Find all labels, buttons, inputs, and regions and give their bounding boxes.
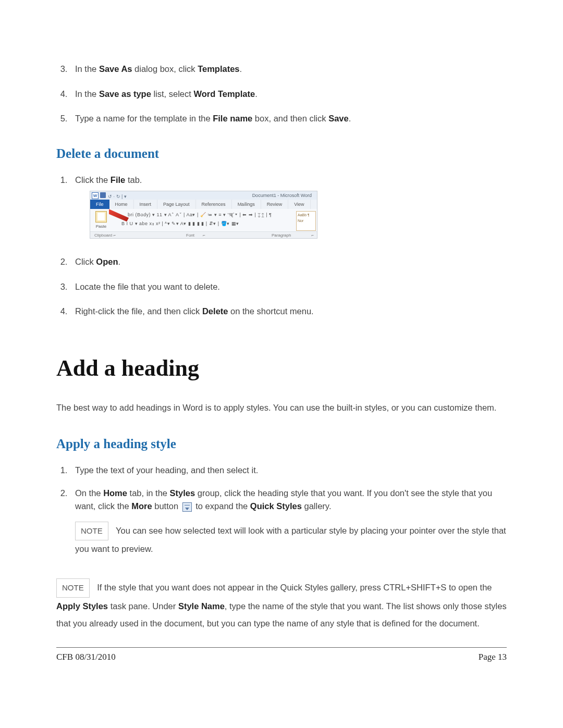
step-4: In the Save as type list, select Word Te… xyxy=(70,88,507,101)
tab-file: File xyxy=(90,200,109,209)
ribbon-group-labels: Clipboard ⌐ Font ⌐ Paragraph ⌐ xyxy=(90,231,317,238)
apply-style-steps: Type the text of your heading, and then … xyxy=(56,464,507,558)
window-title: Document1 - Microsoft Word xyxy=(252,192,312,200)
tab-insert: Insert xyxy=(134,200,158,209)
word-ribbon-screenshot: W ↺ · ↻ | ▾ Document1 - Microsoft Word F… xyxy=(90,191,317,239)
tab-home: Home xyxy=(109,200,134,209)
footer-date: CFB 08/31/2010 xyxy=(56,652,116,662)
callout-arrow-icon xyxy=(109,209,129,221)
delete-step-1: Click the File tab. W ↺ · ↻ | ▾ Document… xyxy=(70,174,507,239)
ribbon-tabs: File Home Insert Page Layout References … xyxy=(90,200,317,209)
word-icon: W xyxy=(92,192,99,199)
apply-step-2: On the Home tab, in the Styles group, cl… xyxy=(70,487,507,558)
footer-page: Page 13 xyxy=(479,652,507,662)
page-footer: CFB 08/31/2010 Page 13 xyxy=(56,647,507,662)
clipboard-icon xyxy=(95,211,107,223)
note-badge: NOTE xyxy=(75,522,108,540)
tab-mailings: Mailings xyxy=(232,200,261,209)
save-template-steps: In the Save As dialog box, click Templat… xyxy=(56,63,507,126)
font-group-row1: bri (Body) ▾ 11 ▾ A˄ A˅ | Aa▾ | 🧹 ≔ ▾ ≡ … xyxy=(128,212,315,219)
tab-references: References xyxy=(196,200,232,209)
tab-view: View xyxy=(288,200,310,209)
step-3: In the Save As dialog box, click Templat… xyxy=(70,63,507,76)
more-dropdown-icon xyxy=(182,502,192,512)
paste-button: Paste xyxy=(93,211,109,230)
intro-paragraph: The best way to add headings in Word is … xyxy=(56,399,507,416)
step-5: Type a name for the template in the File… xyxy=(70,112,507,126)
delete-step-2: Click Open. xyxy=(70,255,507,269)
styles-preview: AaBb ¶ Nor xyxy=(296,211,316,231)
delete-steps: Click the File tab. W ↺ · ↻ | ▾ Document… xyxy=(56,174,507,318)
heading-apply-style: Apply a heading style xyxy=(56,437,507,451)
apply-step-1: Type the text of your heading, and then … xyxy=(70,464,507,477)
heading-add-a-heading: Add a heading xyxy=(56,355,507,381)
inline-note-1: NOTE You can see how selected text will … xyxy=(75,522,507,558)
tab-review: Review xyxy=(261,200,289,209)
heading-delete-document: Delete a document xyxy=(56,146,507,161)
delete-step-4: Right-click the file, and then click Del… xyxy=(70,305,507,318)
tab-page-layout: Page Layout xyxy=(157,200,196,209)
font-group-row2: B I U ▾ abe x₂ x² | ᴬ▾ ✎▾ A▾ ▮ ▮ ▮ ▮ | ⇵… xyxy=(121,220,315,228)
delete-step-3: Locate the file that you want to delete. xyxy=(70,280,507,294)
save-icon xyxy=(100,192,106,198)
note-2: NOTE If the style that you want does not… xyxy=(56,578,507,633)
note-badge: NOTE xyxy=(56,578,90,598)
